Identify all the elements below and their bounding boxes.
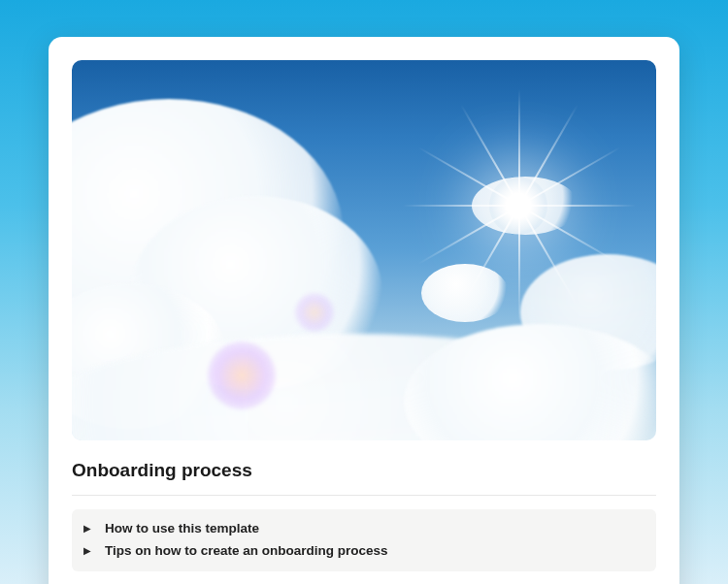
toggle-block: ▶ How to use this template ▶ Tips on how… xyxy=(72,509,656,571)
toggle-label: Tips on how to create an onboarding proc… xyxy=(105,543,388,558)
document-card: Onboarding process ▶ How to use this tem… xyxy=(49,37,679,584)
toggle-how-to-use[interactable]: ▶ How to use this template xyxy=(83,517,645,539)
triangle-right-icon: ▶ xyxy=(83,545,93,556)
sun-icon xyxy=(489,177,547,235)
toggle-label: How to use this template xyxy=(105,521,259,535)
lens-flare xyxy=(295,293,334,332)
hero-image xyxy=(72,60,656,440)
triangle-right-icon: ▶ xyxy=(83,523,93,534)
toggle-tips[interactable]: ▶ Tips on how to create an onboarding pr… xyxy=(83,539,645,562)
page-title: Onboarding process xyxy=(72,460,656,496)
cloud-shape xyxy=(421,264,509,322)
lens-flare xyxy=(208,341,276,409)
